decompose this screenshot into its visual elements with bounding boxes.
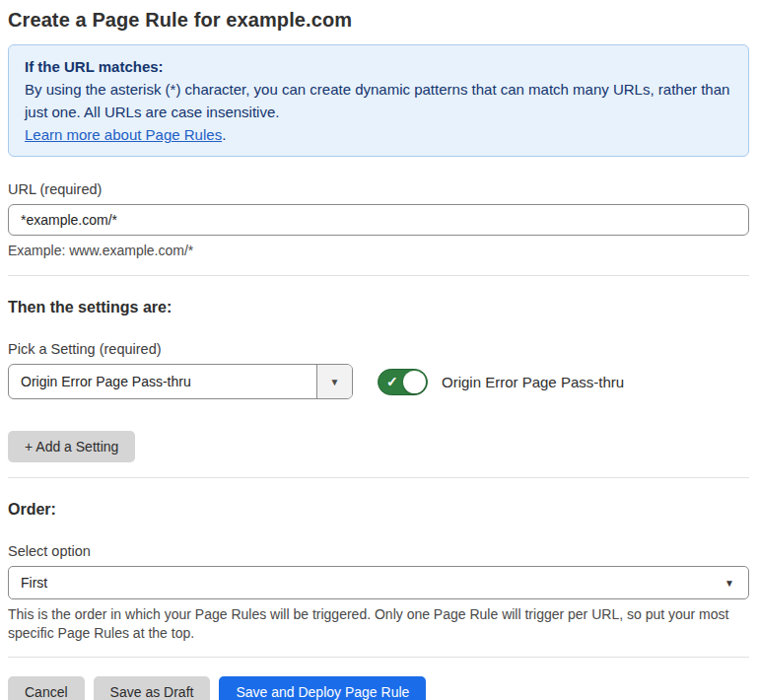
caret-down-icon: ▼ bbox=[330, 377, 340, 387]
setting-toggle-group: ✓ Origin Error Page Pass-thru bbox=[378, 369, 624, 395]
url-example-helper: Example: www.example.com/* bbox=[8, 242, 749, 260]
order-select[interactable]: First ▼ bbox=[8, 566, 749, 599]
url-field-label: URL (required) bbox=[8, 181, 749, 197]
learn-more-link[interactable]: Learn more about Page Rules bbox=[25, 126, 222, 143]
order-select-label: Select option bbox=[8, 543, 749, 559]
setting-row: Origin Error Page Pass-thru ▼ ✓ Origin E… bbox=[8, 364, 749, 399]
order-helper-text: This is the order in which your Page Rul… bbox=[8, 605, 749, 643]
url-match-info-box: If the URL matches: By using the asteris… bbox=[8, 44, 749, 157]
origin-error-pass-thru-toggle[interactable]: ✓ bbox=[378, 369, 428, 395]
pick-setting-label: Pick a Setting (required) bbox=[8, 341, 749, 357]
create-page-rule-form: Create a Page Rule for example.com If th… bbox=[0, 0, 759, 700]
link-suffix: . bbox=[222, 126, 226, 143]
url-input[interactable] bbox=[8, 204, 749, 236]
info-box-link-line: Learn more about Page Rules. bbox=[25, 123, 732, 146]
toggle-knob bbox=[403, 371, 426, 393]
divider bbox=[8, 657, 749, 658]
add-setting-button[interactable]: + Add a Setting bbox=[8, 431, 135, 462]
setting-dropdown[interactable]: Origin Error Page Pass-thru ▼ bbox=[8, 364, 353, 399]
check-icon: ✓ bbox=[386, 375, 398, 388]
order-section-heading: Order: bbox=[8, 501, 749, 519]
cancel-button[interactable]: Cancel bbox=[8, 676, 85, 700]
setting-dropdown-value: Origin Error Page Pass-thru bbox=[9, 365, 316, 398]
caret-down-icon: ▼ bbox=[724, 578, 734, 589]
page-title: Create a Page Rule for example.com bbox=[8, 8, 749, 32]
info-box-body: By using the asterisk (*) character, you… bbox=[25, 78, 732, 123]
info-box-heading: If the URL matches: bbox=[25, 55, 732, 78]
toggle-label: Origin Error Page Pass-thru bbox=[442, 374, 624, 390]
save-and-deploy-button[interactable]: Save and Deploy Page Rule bbox=[219, 676, 426, 700]
settings-section-heading: Then the settings are: bbox=[8, 299, 749, 316]
save-as-draft-button[interactable]: Save as Draft bbox=[94, 676, 211, 700]
setting-dropdown-arrow-button[interactable]: ▼ bbox=[316, 365, 352, 398]
divider bbox=[8, 477, 749, 478]
footer-actions: Cancel Save as Draft Save and Deploy Pag… bbox=[8, 676, 749, 700]
order-select-value: First bbox=[21, 575, 47, 591]
divider bbox=[8, 275, 749, 276]
